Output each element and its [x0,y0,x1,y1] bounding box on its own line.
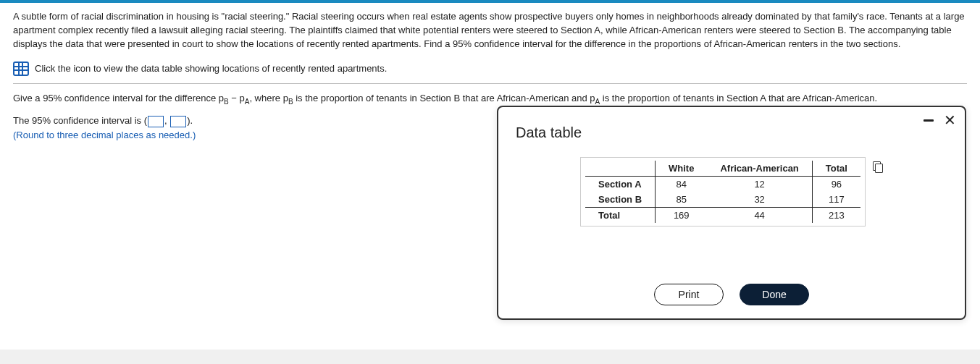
data-table-container: White African-American Total Section A 8… [580,157,866,227]
print-button[interactable]: Print [654,284,724,305]
header-white: White [656,161,708,177]
header-blank [585,161,655,177]
footer-strip [0,350,980,364]
copy-icon[interactable] [873,161,883,172]
section-divider [13,83,967,84]
done-button[interactable]: Done [740,284,809,305]
table-row: Section B 85 32 117 [585,192,860,208]
modal-title: Data table [516,124,947,141]
icon-caption: Click the icon to view the data table sh… [35,63,387,74]
close-button[interactable]: ✕ [944,115,956,125]
table-row-total: Total 169 44 213 [585,208,860,224]
minimize-button[interactable] [924,114,934,125]
ci-upper-input[interactable] [170,116,186,127]
header-african-american: African-American [707,161,812,177]
data-table-modal: ✕ Data table White African-American Tota… [497,106,966,320]
problem-paragraph: A subtle form of racial discrimination i… [13,10,967,51]
minimize-icon [924,119,934,122]
table-row: Section A 84 12 96 [585,177,860,192]
data-table-icon[interactable] [13,62,29,76]
header-total: Total [812,161,860,177]
ci-lower-input[interactable] [148,116,164,127]
data-table: White African-American Total Section A 8… [585,161,860,223]
question-line: Give a 95% confidence interval for the d… [13,93,967,106]
